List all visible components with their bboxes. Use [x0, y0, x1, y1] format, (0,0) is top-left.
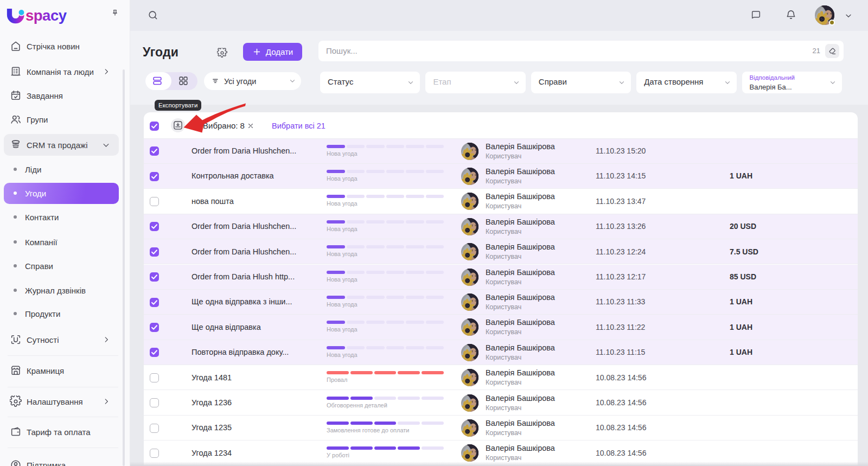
svg-text:spacy: spacy: [25, 7, 67, 24]
